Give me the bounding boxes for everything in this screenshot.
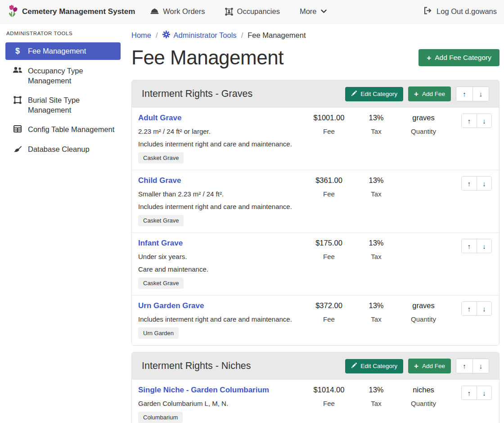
- quantity-label: Quantity: [398, 127, 449, 135]
- fee-row: Single Niche - Garden Columbarium Garden…: [132, 380, 499, 423]
- fee-label: Fee: [304, 253, 354, 260]
- tax-label: Tax: [354, 253, 398, 260]
- sidebar-item-occupancy-type-management[interactable]: Occupancy Type Management: [5, 63, 121, 89]
- edit-category-button[interactable]: Edit Category: [345, 87, 403, 101]
- fee-row: Child Grave Smaller than 2.23 m² / 24 ft…: [132, 170, 499, 232]
- fee-row: Urn Garden Grave Includes interment righ…: [132, 295, 499, 345]
- fee-amount: $175.00: [304, 239, 354, 247]
- logout-button[interactable]: Log Out d.gowans: [423, 7, 497, 16]
- quantity-value: graves: [398, 301, 449, 310]
- hard-hat-icon: [150, 8, 159, 15]
- quantity-label: Quantity: [398, 315, 449, 323]
- fee-reorder-group: ↑ ↓: [461, 239, 492, 253]
- fee-amount: $1001.00: [304, 114, 354, 122]
- sidebar-item-label: Burial Site Type Management: [28, 96, 116, 115]
- move-fee-down-button[interactable]: ↓: [477, 114, 491, 127]
- move-category-down-button[interactable]: ↓: [472, 87, 489, 101]
- edit-category-button[interactable]: Edit Category: [345, 359, 403, 373]
- sidebar-heading: ADMINISTRATOR TOOLS: [6, 31, 120, 36]
- breadcrumb: Home /: [131, 31, 500, 40]
- nav-work-orders[interactable]: Work Orders: [150, 7, 205, 16]
- tax-label: Tax: [354, 190, 398, 198]
- move-fee-down-button[interactable]: ↓: [477, 302, 491, 315]
- fee-label: Fee: [304, 127, 354, 135]
- add-fee-button[interactable]: + Add Fee: [408, 359, 451, 373]
- fee-name-link[interactable]: Infant Grave: [138, 239, 183, 248]
- breadcrumb-home[interactable]: Home: [131, 31, 151, 40]
- move-fee-down-button[interactable]: ↓: [477, 177, 491, 190]
- frame-icon: [13, 96, 22, 104]
- app-brand: Cemetery Management System: [7, 4, 135, 19]
- main-content: Home /: [126, 23, 504, 423]
- plus-icon: +: [414, 90, 418, 98]
- fee-name-link[interactable]: Adult Grave: [138, 114, 181, 123]
- nav-more-label: More: [300, 7, 317, 16]
- move-category-up-button[interactable]: ↑: [456, 359, 472, 373]
- move-fee-up-button[interactable]: ↑: [462, 239, 477, 253]
- top-navbar: Cemetery Management System Work Orders: [0, 0, 504, 23]
- logout-label: Log Out d.gowans: [436, 7, 497, 16]
- category-reorder-group: ↑ ↓: [456, 359, 489, 373]
- gear-icon: [162, 31, 170, 40]
- sidebar-item-label: Database Cleanup: [28, 145, 90, 154]
- pencil-icon: [351, 91, 357, 98]
- sidebar-item-config-table-management[interactable]: Config Table Management: [5, 121, 121, 138]
- fee-name-link[interactable]: Child Grave: [138, 176, 181, 185]
- fee-description: 2.23 m² / 24 ft² or larger.: [138, 127, 304, 135]
- move-category-down-button[interactable]: ↓: [472, 359, 489, 373]
- move-fee-up-button[interactable]: ↑: [462, 302, 477, 315]
- sidebar-item-database-cleanup[interactable]: Database Cleanup: [5, 141, 121, 158]
- fee-description: Care and maintenance.: [138, 265, 304, 273]
- sidebar-item-label: Occupancy Type Management: [28, 66, 116, 86]
- fee-label: Fee: [304, 400, 354, 407]
- move-fee-down-button[interactable]: ↓: [477, 386, 491, 400]
- category-card-niches: Interment Rights - Niches Edit Category: [131, 352, 500, 423]
- fee-amount: $1014.00: [304, 386, 354, 394]
- tax-value: 13%: [354, 239, 398, 247]
- breadcrumb-admin-label: Administrator Tools: [174, 31, 237, 40]
- fee-reorder-group: ↑ ↓: [461, 114, 492, 128]
- table-icon: [13, 125, 22, 132]
- category-title: Interment Rights - Niches: [142, 360, 251, 372]
- move-fee-up-button[interactable]: ↑: [462, 386, 477, 400]
- fee-reorder-group: ↑ ↓: [461, 176, 492, 191]
- tax-label: Tax: [354, 400, 398, 407]
- fee-reorder-group: ↑ ↓: [461, 301, 492, 316]
- move-fee-down-button[interactable]: ↓: [477, 239, 491, 253]
- tulip-logo: [7, 4, 18, 19]
- plus-icon: +: [427, 54, 431, 62]
- fee-label: Fee: [304, 315, 354, 323]
- fee-row: Adult Grave 2.23 m² / 24 ft² or larger. …: [132, 108, 499, 170]
- fee-name-link[interactable]: Single Niche - Garden Columbarium: [138, 386, 269, 395]
- category-header: Interment Rights - Niches Edit Category: [132, 352, 499, 380]
- fee-type-badge: Columbarium: [138, 412, 183, 423]
- fee-type-badge: Casket Grave: [138, 277, 184, 289]
- fee-description: Under six years.: [138, 253, 304, 260]
- category-card-graves: Interment Rights - Graves Edit Category: [131, 80, 500, 346]
- fee-description: Garden Columbarium L, M, N.: [138, 400, 304, 407]
- fee-description: Smaller than 2.23 m² / 24 ft².: [138, 190, 304, 198]
- fee-name-link[interactable]: Urn Garden Grave: [138, 301, 204, 310]
- plus-icon: +: [414, 362, 418, 370]
- move-fee-up-button[interactable]: ↑: [462, 177, 477, 190]
- nav-occupancies-label: Occupancies: [237, 7, 280, 16]
- breadcrumb-current: Fee Management: [248, 31, 306, 40]
- sidebar-item-burial-site-type-management[interactable]: Burial Site Type Management: [5, 92, 121, 118]
- fee-type-badge: Casket Grave: [138, 152, 184, 164]
- sidebar-item-fee-management[interactable]: $ Fee Management: [5, 42, 121, 60]
- nav-more[interactable]: More: [300, 7, 327, 16]
- move-category-up-button[interactable]: ↑: [456, 87, 472, 101]
- add-fee-button[interactable]: + Add Fee: [408, 86, 451, 101]
- nav-work-orders-label: Work Orders: [163, 7, 205, 16]
- broom-icon: [13, 145, 22, 153]
- users-icon: [13, 67, 22, 73]
- fee-row: Infant Grave Under six years. Care and m…: [132, 232, 499, 295]
- breadcrumb-admin-tools[interactable]: Administrator Tools: [162, 31, 237, 40]
- fee-label: Fee: [304, 190, 354, 198]
- fee-reorder-group: ↑ ↓: [461, 386, 492, 400]
- tax-label: Tax: [354, 127, 398, 135]
- move-fee-up-button[interactable]: ↑: [462, 114, 477, 127]
- category-reorder-group: ↑ ↓: [456, 86, 489, 101]
- add-fee-category-button[interactable]: + Add Fee Category: [418, 49, 500, 66]
- nav-occupancies[interactable]: Occupancies: [225, 7, 280, 16]
